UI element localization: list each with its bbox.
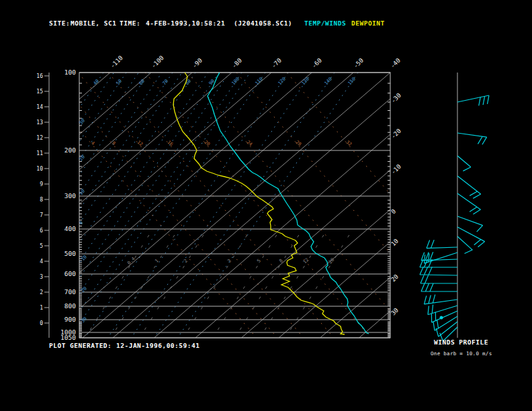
- moist-adiabat-labels: 48121620242832: [90, 140, 353, 147]
- moist-adiabat-label: 28: [294, 140, 302, 147]
- dry-adiabat-label: 100: [231, 77, 240, 87]
- moist-adiabats: [31, 73, 513, 338]
- top-temp-label: -100: [150, 54, 165, 69]
- moist-adiabat-label: 20: [203, 140, 211, 147]
- top-temp-label: -90: [191, 57, 204, 70]
- height-scale: 012345678910111213141516: [36, 73, 49, 338]
- right-temp-label: 10: [390, 238, 400, 248]
- height-tick-label: 8: [40, 197, 43, 203]
- top-temp-labels: -110-100-90-80-70-60-50-40: [109, 54, 402, 69]
- right-temp-label: -10: [390, 163, 402, 176]
- right-temp-label: 20: [390, 273, 400, 283]
- dry-adiabat-label: 120: [277, 77, 287, 87]
- dry-adiabat-label: -10: [79, 255, 88, 265]
- height-tick-label: 0: [40, 320, 43, 326]
- pressure-tick-label: 900: [64, 316, 76, 323]
- winds-profile-title: WINDS PROFILE: [434, 338, 488, 346]
- dry-adiabat-label: 130: [301, 77, 310, 87]
- mixing-ratio-label: 1: [154, 258, 160, 264]
- height-tick-label: 16: [36, 73, 43, 79]
- mixing-ratio-label: 2: [183, 258, 189, 264]
- height-tick-label: 13: [36, 120, 43, 126]
- skewt-chart: 1002003004005006007008009001000105001234…: [0, 0, 532, 411]
- dry-adiabats: [79, 73, 358, 338]
- pressure-tick-label: 700: [64, 288, 76, 295]
- height-tick-label: 3: [40, 274, 43, 280]
- wind-station-dot: [440, 316, 443, 320]
- pressure-labels: 10020030040050060070080090010001050: [60, 68, 76, 341]
- dry-adiabat-label: 150: [347, 77, 357, 87]
- dry-adiabat-labels: 4050607080901001101201301401503020100-10…: [79, 77, 357, 326]
- height-tick-label: 4: [40, 259, 43, 265]
- pressure-tick-label: 200: [64, 146, 76, 154]
- right-temp-label: -30: [390, 92, 402, 105]
- mixing-ratio-label: 20: [328, 257, 336, 265]
- height-tick-label: 6: [40, 228, 43, 234]
- pressure-tick-label: 300: [64, 192, 76, 199]
- top-temp-label: -70: [270, 57, 283, 70]
- dry-adiabat-label: -30: [79, 316, 88, 326]
- pressure-tick-label: 600: [64, 270, 76, 277]
- height-tick-label: 2: [40, 289, 43, 295]
- right-temp-label: -20: [390, 128, 402, 140]
- dry-adiabat-label: 60: [138, 79, 146, 87]
- moist-adiabat-label: 24: [245, 140, 253, 147]
- height-tick-label: 12: [36, 135, 43, 141]
- height-tick-label: 15: [36, 89, 43, 95]
- pressure-tick-label: 100: [64, 68, 76, 76]
- mixing-ratio-labels: 0.4123581220: [126, 256, 335, 266]
- pressure-tick-label: 800: [64, 302, 76, 310]
- moist-adiabat-label: 4: [90, 140, 95, 146]
- dry-adiabat-label: 50: [116, 79, 124, 87]
- plot-generated-value: 12-JAN-1996,00:59:41: [116, 342, 200, 349]
- right-temp-labels: -30-20-100102030: [390, 92, 402, 317]
- winds-profile: [420, 73, 489, 341]
- moist-adiabat-label: 32: [345, 140, 353, 147]
- right-temp-label: 30: [390, 307, 400, 317]
- pressure-tick-label: 400: [64, 225, 76, 232]
- height-tick-label: 10: [36, 166, 43, 172]
- height-tick-label: 9: [40, 181, 43, 187]
- height-tick-label: 7: [40, 212, 43, 218]
- top-temp-label: -50: [352, 57, 365, 70]
- mixing-ratio-label: 12: [302, 257, 310, 265]
- moist-adiabat-label: 8: [111, 140, 116, 146]
- mixing-ratio-label: 5: [256, 258, 262, 264]
- mixing-ratio-label: 8: [278, 258, 284, 264]
- mixing-ratio-label: 3: [226, 258, 232, 264]
- dry-adiabat-label: 110: [255, 77, 264, 87]
- dry-adiabat-label: 70: [162, 79, 170, 87]
- winds-scale-note: One barb = 10.0 m/s: [431, 351, 492, 357]
- top-temp-label: -40: [389, 57, 402, 70]
- height-tick-label: 11: [36, 150, 43, 156]
- top-temp-label: -80: [230, 57, 243, 70]
- top-temp-label: -60: [310, 57, 323, 70]
- pressure-tick-label: 1050: [60, 334, 76, 341]
- isotherms: [79, 73, 390, 338]
- pressure-tick-label: 500: [64, 250, 76, 257]
- top-temp-label: -110: [109, 54, 124, 69]
- height-tick-label: 5: [40, 243, 43, 249]
- moist-adiabat-label: 12: [136, 140, 144, 147]
- height-tick-label: 1: [40, 305, 43, 311]
- right-temp-label: 0: [390, 208, 397, 216]
- height-tick-label: 14: [36, 104, 43, 110]
- skewt-screen: SITE: MOBILE, SC1 TIME: 4-FEB-1993,10:58…: [0, 0, 532, 411]
- dry-adiabat-label: 140: [324, 77, 333, 87]
- mixing-ratio-lines: [86, 235, 349, 337]
- plot-generated-label: PLOT GENERATED:: [49, 342, 112, 349]
- dry-adiabat-label: 40: [93, 79, 101, 87]
